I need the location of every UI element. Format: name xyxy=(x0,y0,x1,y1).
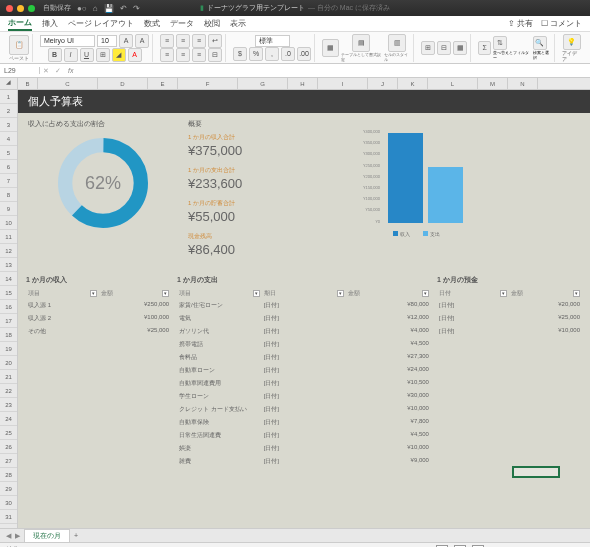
save-icon[interactable]: 💾 xyxy=(104,4,114,13)
comma-button[interactable]: , xyxy=(265,47,279,61)
tab-layout[interactable]: ページ レイアウト xyxy=(68,18,134,29)
filter-icon[interactable]: ▾ xyxy=(162,290,169,297)
row-header[interactable]: 19 xyxy=(0,342,17,356)
align-left[interactable]: ≡ xyxy=(160,48,174,62)
tab-formulas[interactable]: 数式 xyxy=(144,18,160,29)
fill-button[interactable]: ◢ xyxy=(112,48,126,62)
maximize-window-icon[interactable] xyxy=(28,5,35,12)
enter-formula-icon[interactable]: ✓ xyxy=(52,67,64,75)
find-select[interactable]: 🔍 xyxy=(533,36,547,50)
row-header[interactable]: 3 xyxy=(0,118,17,132)
row-header[interactable]: 25 xyxy=(0,426,17,440)
home-icon[interactable]: ⌂ xyxy=(93,4,98,13)
name-box[interactable]: L29 xyxy=(0,67,40,74)
dec-inc[interactable]: .0 xyxy=(281,47,295,61)
row-header[interactable]: 29 xyxy=(0,482,17,496)
row-header[interactable]: 10 xyxy=(0,216,17,230)
tab-view[interactable]: 表示 xyxy=(230,18,246,29)
cond-format[interactable]: ▦ xyxy=(322,39,339,57)
row-header[interactable]: 7 xyxy=(0,174,17,188)
italic-button[interactable]: I xyxy=(64,48,78,62)
percent-button[interactable]: % xyxy=(249,47,263,61)
col-header[interactable]: G xyxy=(238,78,288,89)
wrap-text[interactable]: ↩ xyxy=(208,34,222,48)
col-header[interactable]: K xyxy=(398,78,428,89)
row-header[interactable]: 16 xyxy=(0,300,17,314)
share-button[interactable]: ⇪ 共有 xyxy=(508,18,533,29)
sort-filter[interactable]: ⇅ xyxy=(493,36,507,50)
row-header[interactable]: 11 xyxy=(0,230,17,244)
insert-cells[interactable]: ⊞ xyxy=(421,41,435,55)
underline-button[interactable]: U xyxy=(80,48,94,62)
fontcolor-button[interactable]: A xyxy=(128,48,142,62)
shrink-font[interactable]: A xyxy=(135,34,149,48)
row-header[interactable]: 31 xyxy=(0,510,17,524)
tab-review[interactable]: 校閲 xyxy=(204,18,220,29)
active-cell[interactable] xyxy=(512,466,560,478)
grow-font[interactable]: A xyxy=(119,34,133,48)
col-header[interactable]: F xyxy=(178,78,238,89)
row-header[interactable]: 30 xyxy=(0,496,17,510)
row-header[interactable]: 13 xyxy=(0,258,17,272)
tab-home[interactable]: ホーム xyxy=(8,17,32,31)
bold-button[interactable]: B xyxy=(48,48,62,62)
row-header[interactable]: 27 xyxy=(0,454,17,468)
row-header[interactable]: 28 xyxy=(0,468,17,482)
number-format[interactable]: 標準 xyxy=(255,35,290,47)
fx-icon[interactable]: fx xyxy=(64,67,77,74)
filter-icon[interactable]: ▾ xyxy=(90,290,97,297)
dec-dec[interactable]: .00 xyxy=(297,47,311,61)
ideas-button[interactable]: 💡 xyxy=(563,34,581,50)
row-header[interactable]: 20 xyxy=(0,356,17,370)
border-button[interactable]: ⊞ xyxy=(96,48,110,62)
table-format[interactable]: ▤ xyxy=(352,34,370,52)
row-header[interactable]: 6 xyxy=(0,160,17,174)
redo-icon[interactable]: ↷ xyxy=(133,4,140,13)
row-header[interactable]: 23 xyxy=(0,398,17,412)
filter-icon[interactable]: ▾ xyxy=(253,290,260,297)
comment-button[interactable]: ☐ コメント xyxy=(541,18,582,29)
align-right[interactable]: ≡ xyxy=(192,48,206,62)
fontsize-select[interactable]: 10 xyxy=(97,35,117,47)
col-header[interactable]: L xyxy=(428,78,478,89)
row-header[interactable]: 32 xyxy=(0,524,17,528)
col-header[interactable]: N xyxy=(508,78,538,89)
sheet-nav-prev-icon[interactable]: ◀ xyxy=(6,532,11,540)
row-header[interactable]: 14 xyxy=(0,272,17,286)
row-header[interactable]: 2 xyxy=(0,104,17,118)
row-header[interactable]: 15 xyxy=(0,286,17,300)
tab-insert[interactable]: 挿入 xyxy=(42,18,58,29)
row-header[interactable]: 5 xyxy=(0,146,17,160)
row-header[interactable]: 8 xyxy=(0,188,17,202)
filter-icon[interactable]: ▾ xyxy=(573,290,580,297)
tab-data[interactable]: データ xyxy=(170,18,194,29)
font-select[interactable]: Meiryo UI xyxy=(40,35,95,47)
add-sheet-icon[interactable]: + xyxy=(74,532,78,539)
filter-icon[interactable]: ▾ xyxy=(337,290,344,297)
select-all[interactable]: ◢ xyxy=(0,78,18,89)
autosum[interactable]: Σ xyxy=(478,41,491,55)
row-header[interactable]: 17 xyxy=(0,314,17,328)
sheet-nav-next-icon[interactable]: ▶ xyxy=(15,532,20,540)
col-header[interactable]: J xyxy=(368,78,398,89)
merge-button[interactable]: ⊟ xyxy=(208,48,222,62)
sheet-tab[interactable]: 現在の月 xyxy=(24,529,70,542)
delete-cells[interactable]: ⊟ xyxy=(437,41,451,55)
col-header[interactable]: H xyxy=(288,78,318,89)
cancel-formula-icon[interactable]: ✕ xyxy=(40,67,52,75)
col-header[interactable]: M xyxy=(478,78,508,89)
align-center[interactable]: ≡ xyxy=(176,48,190,62)
col-header[interactable]: D xyxy=(98,78,148,89)
col-header[interactable]: B xyxy=(18,78,38,89)
align-top[interactable]: ≡ xyxy=(160,34,174,48)
col-header[interactable]: E xyxy=(148,78,178,89)
filter-icon[interactable]: ▾ xyxy=(422,290,429,297)
row-header[interactable]: 22 xyxy=(0,384,17,398)
row-header[interactable]: 18 xyxy=(0,328,17,342)
col-header[interactable]: C xyxy=(38,78,98,89)
autosave-toggle[interactable]: ●○ xyxy=(77,4,87,13)
filter-icon[interactable]: ▾ xyxy=(500,290,507,297)
row-header[interactable]: 24 xyxy=(0,412,17,426)
row-header[interactable]: 21 xyxy=(0,370,17,384)
align-bot[interactable]: ≡ xyxy=(192,34,206,48)
